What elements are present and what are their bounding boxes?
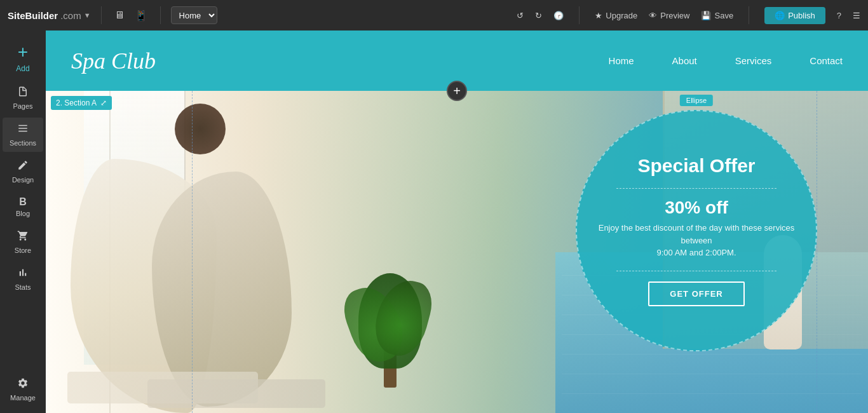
top-actions: ↺ ↻ 🕝 ★ Upgrade 👁 Preview 💾 Save 🌐 Publi…	[517, 6, 860, 24]
desktop-view-button[interactable]: 🖥	[112, 7, 127, 24]
hero-section: 2. Section A ⤢	[46, 91, 868, 413]
offer-divider-2	[616, 271, 777, 271]
upgrade-button[interactable]: ★ Upgrade	[595, 11, 637, 20]
brand-dropdown-arrow[interactable]: ▼	[84, 11, 91, 19]
brand-name-light: .com	[60, 10, 81, 21]
device-selector: 🖥 📱	[112, 7, 150, 24]
section-expand-icon: ⤢	[100, 98, 107, 107]
menu-button[interactable]: ☰	[853, 11, 860, 20]
divider-3	[579, 6, 580, 24]
help-button[interactable]: ?	[837, 11, 841, 20]
nav-home[interactable]: Home	[609, 55, 634, 66]
store-label: Store	[15, 247, 31, 254]
stats-icon	[17, 267, 29, 281]
add-section-button[interactable]: +	[447, 81, 467, 101]
manage-icon	[17, 377, 29, 392]
question-icon: ?	[837, 11, 841, 20]
stats-label: Stats	[15, 283, 31, 291]
manage-label: Manage	[10, 394, 36, 402]
undo-button[interactable]: ↺	[517, 11, 524, 20]
save-button[interactable]: 💾 Save	[701, 11, 733, 20]
top-bar: SiteBuilder .com ▼ 🖥 📱 Home ↺ ↻ 🕝 ★ Upgr…	[0, 0, 868, 30]
nav-services[interactable]: Services	[735, 55, 772, 66]
section-label-text: 2. Section A	[56, 98, 97, 107]
brand-name-bold: SiteBuilder	[8, 10, 58, 21]
site-logo[interactable]: Spa Club	[71, 48, 156, 74]
sidebar-item-pages[interactable]: Pages	[3, 81, 43, 115]
divider-4	[749, 6, 749, 24]
sidebar-item-design[interactable]: Design	[3, 154, 43, 189]
site-nav: Home About Services Contact	[609, 55, 843, 66]
site-header: Spa Club Home About Services Contact +	[46, 30, 868, 91]
sidebar-item-add[interactable]: + Add	[3, 37, 43, 78]
blog-label: Blog	[16, 210, 30, 217]
person2-hair	[175, 104, 226, 154]
sidebar-item-stats[interactable]: Stats	[3, 262, 43, 296]
sidebar-item-store[interactable]: Store	[3, 225, 43, 259]
publish-button[interactable]: 🌐 Publish	[764, 7, 825, 24]
sections-label: Sections	[10, 139, 36, 147]
preview-button[interactable]: 👁 Preview	[649, 11, 689, 20]
lounger2	[147, 379, 325, 408]
people-area	[71, 91, 523, 413]
save-icon: 💾	[701, 11, 711, 20]
plant	[358, 261, 422, 388]
main-layout: + Add Pages Sections Design B Blog	[0, 30, 868, 413]
get-offer-button[interactable]: GET OFFER	[648, 281, 744, 306]
star-icon: ★	[595, 11, 602, 20]
left-sidebar: + Add Pages Sections Design B Blog	[0, 30, 46, 413]
add-icon: +	[18, 42, 28, 62]
design-label: Design	[12, 176, 34, 184]
design-icon	[17, 159, 29, 174]
brand-logo[interactable]: SiteBuilder .com ▼	[8, 10, 91, 21]
canvas-area: Spa Club Home About Services Contact + 2…	[46, 30, 868, 413]
divider-2	[160, 6, 161, 24]
nav-contact[interactable]: Contact	[810, 55, 843, 66]
hamburger-icon: ☰	[853, 11, 860, 20]
offer-divider-1	[616, 188, 777, 189]
pages-icon	[17, 86, 29, 100]
guide-line-left	[192, 91, 193, 413]
section-label[interactable]: 2. Section A ⤢	[51, 96, 112, 110]
offer-title: Special Offer	[637, 155, 755, 177]
blog-icon: B	[19, 196, 27, 208]
nav-about[interactable]: About	[672, 55, 697, 66]
divider-1	[101, 6, 102, 24]
sidebar-item-blog[interactable]: B Blog	[3, 191, 43, 222]
tablet-view-button[interactable]: 📱	[132, 7, 150, 24]
eye-icon: 👁	[649, 11, 657, 20]
pages-label: Pages	[13, 102, 32, 110]
add-label: Add	[16, 64, 29, 73]
sidebar-item-manage[interactable]: Manage	[3, 372, 43, 407]
sidebar-item-sections[interactable]: Sections	[3, 118, 43, 152]
offer-description: Enjoy the best discount of the day with …	[596, 222, 797, 259]
ellipse-circle: Special Offer 30% off Enjoy the best dis…	[576, 110, 817, 351]
offer-discount: 30% off	[665, 198, 728, 218]
ellipse-container[interactable]: Ellipse Special Offer 30% off Enjoy the …	[576, 110, 817, 351]
website-preview: Spa Club Home About Services Contact + 2…	[46, 30, 868, 413]
history-button[interactable]: 🕝	[553, 11, 564, 20]
globe-icon: 🌐	[775, 11, 785, 20]
store-icon	[17, 230, 29, 245]
ellipse-tag: Ellipse	[680, 95, 713, 106]
sections-icon	[17, 123, 29, 137]
redo-button[interactable]: ↻	[535, 11, 542, 20]
page-selector[interactable]: Home	[171, 6, 217, 24]
